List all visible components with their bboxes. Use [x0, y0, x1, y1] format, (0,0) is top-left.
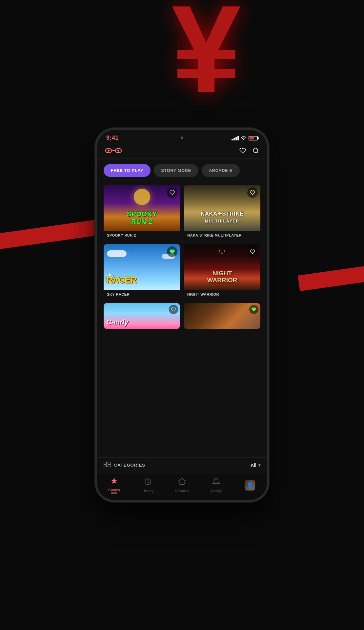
game-thumb-candy: Candy [104, 303, 180, 329]
tab-story-mode[interactable]: STORY MODE [154, 164, 198, 177]
battery-icon [249, 136, 258, 140]
svg-rect-8 [104, 465, 107, 467]
game-card-fighter[interactable] [184, 303, 260, 329]
sky-sub: sky [106, 272, 136, 278]
fav-button-naka[interactable] [247, 187, 258, 198]
game-thumb-night: 🛡 NIGHTWARRIOR [184, 244, 260, 290]
camera-dot [181, 136, 183, 139]
game-card-spooky-run-2[interactable]: SPOOKY RUN 2 SPOOKY RUN 2 [104, 185, 180, 240]
heart-unfilled-icon-2 [250, 190, 255, 195]
wishlist-button[interactable] [239, 147, 246, 154]
games-icon [110, 477, 118, 487]
svg-rect-6 [104, 462, 107, 464]
game-card-sky-racer[interactable]: sky RACER SKY RACER [104, 244, 180, 299]
shield-emblem: 🛡 [219, 248, 226, 256]
fav-button-candy[interactable] [169, 305, 178, 314]
game-thumb-spooky: SPOOKY RUN 2 [104, 185, 180, 231]
search-icon [253, 147, 259, 154]
phone-screen: 9:41 [97, 130, 267, 500]
fav-button-spooky[interactable] [167, 187, 177, 198]
status-icons [232, 135, 258, 141]
rewards-icon [178, 478, 186, 488]
tab-free-to-play[interactable]: FREE TO PLAY [104, 164, 151, 177]
app-logo [105, 147, 122, 155]
nav-item-history[interactable]: History [138, 478, 158, 493]
bg-tape-right: NA [298, 263, 364, 291]
svg-point-4 [117, 150, 119, 152]
svg-marker-11 [179, 478, 185, 485]
categories-filter[interactable]: All ▾ [251, 463, 260, 468]
tab-arcade[interactable]: ARCADE E [202, 164, 240, 177]
nav-label-activity: Activity [210, 489, 222, 493]
game-thumb-sky: sky RACER [104, 244, 180, 290]
spooky-title-line1: SPOOKY [104, 210, 180, 218]
game-thumb-fighter [184, 303, 260, 329]
bg-red-symbol: ¥ [172, 0, 241, 112]
header [97, 144, 267, 158]
games-row-2: sky RACER SKY RACER [104, 244, 260, 299]
chevron-down-icon: ▾ [258, 463, 260, 468]
naka-title: NAKA✦STRIKEMULTIPLAYER [184, 211, 260, 224]
categories-icon [104, 462, 111, 469]
search-button[interactable] [253, 147, 259, 154]
signal-icon [232, 136, 239, 140]
game-card-night-warrior[interactable]: 🛡 NIGHTWARRIOR NIGHT WARRIOR [184, 244, 260, 299]
wifi-icon [241, 135, 247, 141]
games-grid: SPOOKY RUN 2 SPOOKY RUN 2 [97, 182, 267, 457]
nav-label-history: History [142, 489, 153, 493]
avatar: 👤 [245, 480, 255, 491]
games-row-1: SPOOKY RUN 2 SPOOKY RUN 2 [104, 185, 260, 240]
star-icon [110, 477, 118, 485]
categories-left: CATEGORIES [104, 462, 145, 469]
heart-filled-icon-2 [252, 307, 256, 312]
diamond-icon [178, 478, 186, 486]
svg-rect-7 [108, 462, 111, 464]
heart-unfilled-icon-4 [171, 307, 176, 312]
games-row-3: Candy [104, 303, 260, 329]
filter-value: All [251, 463, 256, 468]
header-actions [239, 147, 259, 154]
status-time: 9:41 [106, 135, 119, 141]
categories-label: CATEGORIES [114, 463, 145, 468]
status-bar: 9:41 [97, 130, 267, 144]
categories-bar: CATEGORIES All ▾ [97, 457, 267, 472]
game-label-night: NIGHT WARRIOR [184, 290, 260, 299]
grid-icon [104, 462, 111, 467]
nav-label-games: Games [108, 488, 120, 492]
category-tabs: FREE TO PLAY STORY MODE ARCADE E [97, 159, 267, 182]
bottom-nav: Games History [97, 473, 267, 500]
nav-item-activity[interactable]: Activity [206, 478, 226, 493]
nav-active-indicator [111, 493, 117, 494]
clock-icon [144, 478, 152, 486]
nav-item-games[interactable]: Games [104, 477, 124, 494]
candy-title: Candy [106, 318, 128, 326]
heart-filled-icon [170, 249, 175, 254]
phone-frame: 9:41 [95, 128, 269, 502]
nav-item-profile[interactable]: 👤 [240, 480, 260, 491]
game-thumb-naka: NAKA✦STRIKEMULTIPLAYER [184, 185, 260, 231]
game-label-naka: NAKA STRIKE MULTIPLAYER [184, 231, 260, 240]
heart-icon [239, 147, 246, 154]
game-label-spooky: SPOOKY RUN 2 [104, 231, 180, 240]
activity-icon [212, 478, 220, 488]
game-card-candy[interactable]: Candy [104, 303, 180, 329]
heart-unfilled-icon [170, 190, 175, 195]
fav-button-sky[interactable] [167, 246, 177, 257]
fav-button-night[interactable] [247, 246, 258, 257]
bell-icon [212, 478, 220, 486]
heart-unfilled-icon-3 [250, 249, 255, 254]
game-label-sky: SKY RACER [104, 290, 180, 299]
nav-label-rewards: Rewards [175, 489, 189, 493]
night-warrior-title: NIGHTWARRIOR [184, 270, 260, 284]
svg-point-5 [253, 148, 258, 153]
logo-svg [105, 147, 122, 155]
spooky-title-line2: RUN 2 [104, 218, 180, 225]
nav-item-rewards[interactable]: Rewards [172, 478, 192, 493]
game-card-naka-strike[interactable]: NAKA✦STRIKEMULTIPLAYER NAKA STRIKE MULTI… [184, 185, 260, 240]
svg-rect-9 [108, 465, 111, 467]
svg-point-3 [108, 150, 110, 152]
fav-button-fighter[interactable] [249, 305, 258, 314]
history-icon [144, 478, 152, 488]
